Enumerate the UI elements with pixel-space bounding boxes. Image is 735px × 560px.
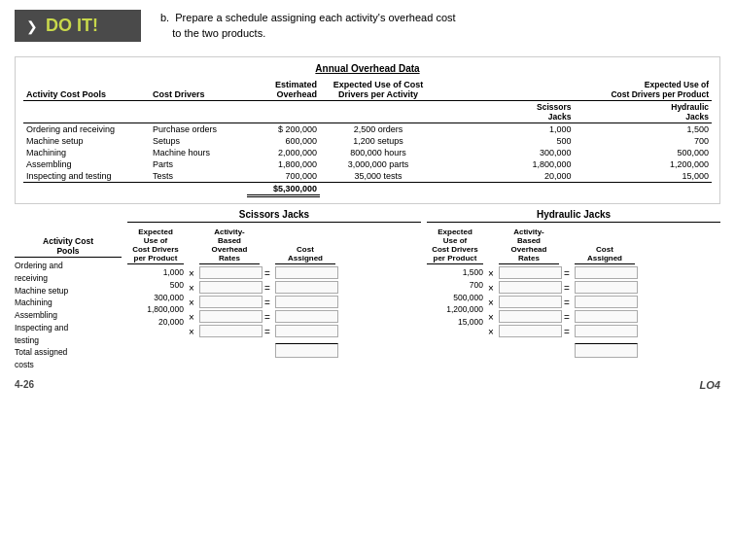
- table-row: Machining Machine hours 2,000,000 800,00…: [23, 147, 712, 158]
- hydraulic-rate-2[interactable]: [499, 281, 562, 294]
- hydraulic-cost-assigned: CostAssigned: [575, 226, 635, 358]
- header: ❯ DO IT! b. Prepare a schedule assigning…: [0, 0, 735, 52]
- hydraulic-equal-op: = = = = =: [561, 226, 573, 339]
- col-hydraulic-jacks: HydraulicJacks: [575, 101, 713, 123]
- hydraulic-overhead-rates: Activity-BasedOverheadRates: [499, 226, 559, 337]
- scissors-cost-5[interactable]: [275, 325, 338, 337]
- hydraulic-rate-1[interactable]: [499, 266, 562, 279]
- col-estimated-overhead: EstimatedOverhead: [247, 79, 320, 101]
- scissors-section: Scissors Jacks ExpectedUse ofCost Driver…: [127, 209, 421, 371]
- total-row: $5,300,000: [23, 183, 712, 196]
- table-row: Ordering and receiving Purchase orders $…: [23, 123, 712, 136]
- col-cost-drivers: Cost Drivers: [150, 79, 247, 101]
- annual-overhead-title: Annual Overhead Data: [23, 63, 712, 74]
- hydraulic-expected-use: ExpectedUse ofCost Driversper Product 1,…: [427, 226, 483, 341]
- table-row: Assembling Parts 1,800,000 3,000,000 par…: [23, 158, 712, 170]
- chevron-icon: ❯: [26, 18, 38, 34]
- hydraulic-rate-3[interactable]: [499, 296, 562, 308]
- scissors-cost-4[interactable]: [275, 310, 338, 323]
- scissors-rate-1[interactable]: [199, 266, 262, 279]
- col-scissors-jacks: ScissorsJacks: [437, 101, 575, 123]
- hydraulic-title: Hydraulic Jacks: [427, 209, 720, 223]
- scissors-cost-1[interactable]: [275, 266, 338, 279]
- scissors-cost-assigned: CostAssigned: [275, 226, 335, 358]
- scissors-cost-2[interactable]: [275, 281, 338, 294]
- scissors-equal-op: = = = = =: [262, 226, 273, 339]
- hydraulic-rate-5[interactable]: [499, 325, 562, 337]
- col-expected-use: Expected Use of CostDrivers per Activity: [320, 79, 437, 101]
- hydraulic-multiply-op: × × × × ×: [485, 226, 497, 339]
- col-expected-use-per-product: Expected Use ofCost Drivers per Product: [437, 79, 712, 101]
- scissors-rate-3[interactable]: [199, 296, 262, 308]
- upper-table: Activity Cost Pools Cost Drivers Estimat…: [23, 79, 712, 197]
- scissors-rate-2[interactable]: [199, 281, 262, 294]
- col-activity-cost-pools: Activity Cost Pools: [23, 79, 150, 101]
- scissors-cost-3[interactable]: [275, 296, 338, 308]
- footer: 4-26 LO4: [0, 375, 735, 395]
- hydraulic-cost-2[interactable]: [575, 281, 638, 294]
- do-it-label: DO IT!: [46, 16, 98, 36]
- page-number: 4-26: [15, 379, 34, 391]
- scissors-overhead-rates: Activity-BasedOverheadRates: [199, 226, 260, 337]
- scissors-rate-4[interactable]: [199, 310, 262, 323]
- hydraulic-cost-4[interactable]: [575, 310, 638, 323]
- activity-pools-column: Activity CostPools Ordering and receivin…: [15, 209, 122, 371]
- activity-pools-header: Activity CostPools: [43, 236, 93, 256]
- hydraulic-section: Hydraulic Jacks ExpectedUse ofCost Drive…: [427, 209, 720, 371]
- hydraulic-cost-1[interactable]: [575, 266, 638, 279]
- table-row: Machine setup Setups 600,000 1,200 setup…: [23, 135, 712, 147]
- hydraulic-cost-3[interactable]: [575, 296, 638, 308]
- header-instruction: b. Prepare a schedule assigning each act…: [160, 11, 456, 41]
- scissors-rate-5[interactable]: [199, 325, 262, 337]
- table-row: Inspecting and testing Tests 700,000 35,…: [23, 170, 712, 183]
- hydraulic-cost-5[interactable]: [575, 325, 638, 337]
- hydraulic-rate-4[interactable]: [499, 310, 562, 323]
- lo-label: LO4: [700, 379, 720, 391]
- scissors-expected-use: ExpectedUse ofCost Driversper Product 1,…: [127, 226, 184, 341]
- scissors-title: Scissors Jacks: [127, 209, 421, 223]
- hydraulic-cost-total[interactable]: [575, 343, 638, 358]
- lower-section: Activity CostPools Ordering and receivin…: [15, 209, 720, 371]
- scissors-cost-total[interactable]: [275, 343, 338, 358]
- scissors-multiply-op: × × × × ×: [186, 226, 197, 339]
- do-it-box: ❯ DO IT!: [15, 10, 141, 42]
- activity-pools-data: Ordering and receiving Machine setup Mac…: [15, 260, 122, 371]
- upper-table-container: Annual Overhead Data Activity Cost Pools…: [15, 56, 720, 204]
